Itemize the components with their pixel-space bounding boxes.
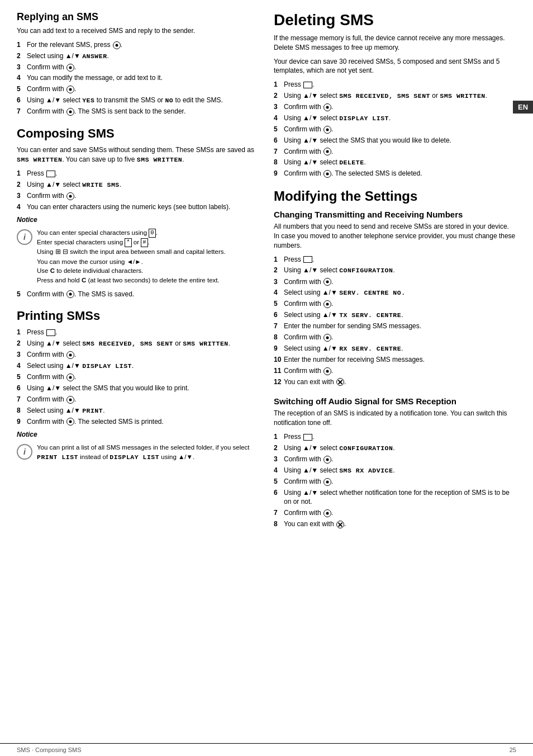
confirm-icon — [66, 290, 74, 298]
envelope-icon — [303, 434, 312, 441]
changing-numbers-steps: 1 Press . 2 Using ▲/▼ select CONFIGURATI… — [274, 255, 516, 387]
mono-text: CONFIGURATION — [339, 445, 393, 452]
confirm-icon — [323, 367, 331, 375]
mono-text: SMS WRITTEN — [137, 156, 182, 163]
step-text: Press . — [27, 169, 57, 178]
notice-label: Notice — [17, 431, 257, 438]
envelope-icon — [46, 171, 55, 177]
mono-text: DISPLAY LIST — [339, 115, 389, 122]
mono-text: SMS RECEIVED, SMS SENT — [82, 340, 173, 347]
step-item: 4 You can enter characters using the num… — [17, 202, 257, 212]
mono-text: DISPLAY LIST — [82, 362, 132, 370]
notice-icon: i — [17, 229, 32, 245]
confirm-icon — [323, 126, 331, 134]
step-number: 9 — [274, 344, 282, 353]
kbd: 0 — [149, 229, 155, 238]
notice-box-2: i You can print a list of all SMS messag… — [17, 443, 257, 462]
step-item: 5 Confirm with . — [274, 125, 516, 134]
section-composing: Composing SMS You can enter and save SMS… — [17, 126, 257, 299]
step-text: Confirm with . — [27, 350, 76, 360]
printing-steps: 1 Press . 2 Using ▲/▼ select SMS RECEIVE… — [17, 328, 257, 426]
step-text: You can enter characters using the numer… — [27, 202, 230, 212]
step-number: 4 — [274, 466, 282, 475]
notice-label: Notice — [17, 216, 257, 224]
step-number: 3 — [274, 277, 282, 287]
step-text: Confirm with . — [284, 508, 333, 518]
step-text: Confirm with . — [284, 366, 333, 376]
mono-text: TX SERV. CENTRE — [339, 311, 401, 319]
step-number: 3 — [274, 102, 282, 112]
step-item: 7 Confirm with . — [17, 395, 257, 404]
step-text: Confirm with . — [284, 455, 333, 464]
step-item: 2 Select using ▲/▼ ANSWER. — [17, 51, 257, 61]
step-item: 1 For the relevant SMS, press . — [17, 40, 257, 50]
step-text: Using ▲/▼ select SMS RX ADVICE. — [284, 466, 395, 475]
envelope-icon — [303, 256, 312, 263]
step-text: Confirm with . The selected SMS is print… — [27, 417, 164, 427]
step-number: 5 — [17, 290, 25, 299]
step-text: Confirm with . — [284, 125, 333, 134]
step-number: 2 — [17, 180, 25, 190]
step-text: Using ▲/▼ select whether notification to… — [284, 488, 516, 507]
step-item: 6 Select using ▲/▼ TX SERV. CENTRE. — [274, 310, 516, 320]
footer-right: 25 — [510, 746, 516, 753]
step-item: 4 Select using ▲/▼ SERV. CENTRE NO. — [274, 288, 516, 297]
composing-intro: You can enter and save SMSs without send… — [17, 145, 257, 164]
replying-title: Replying an SMS — [17, 11, 257, 23]
confirm-icon — [66, 108, 74, 116]
step-number: 3 — [274, 455, 282, 464]
step-number: 3 — [17, 350, 25, 360]
step-item: 5 Confirm with . — [274, 477, 516, 486]
step-number: 9 — [274, 169, 282, 178]
kbd: # — [141, 238, 147, 247]
step-text: Using ▲/▼ select SMS RECEIVED, SMS SENT … — [27, 339, 230, 348]
step-number: 9 — [17, 417, 25, 427]
crossed-icon — [336, 378, 344, 386]
section-modifying: Modifying the Settings Changing Transmit… — [274, 188, 516, 529]
mono-text: SMS WRITTEN — [440, 92, 485, 100]
step-item: 2 Using ▲/▼ select CONFIGURATION. — [274, 266, 516, 275]
step-item: 4 You can modify the message, or add tex… — [17, 73, 257, 83]
step-number: 5 — [274, 299, 282, 309]
step-number: 5 — [274, 477, 282, 486]
step-text: Using ▲/▼ select the SMS that you would … — [284, 136, 451, 145]
step-text: Select using ▲/▼ PRINT. — [27, 406, 105, 415]
confirm-icon — [66, 418, 74, 426]
step-text: Enter the number for receiving SMS messa… — [284, 355, 425, 365]
step-item: 3 Confirm with . — [274, 277, 516, 287]
confirm-icon — [66, 86, 74, 93]
step-item: 12 You can exit with . — [274, 377, 516, 387]
step-item: 8 Confirm with . — [274, 333, 516, 342]
right-column: Deleting SMS If the message memory is fu… — [274, 11, 516, 738]
confirm-icon — [66, 351, 74, 359]
step-number: 1 — [274, 255, 282, 264]
envelope-icon — [46, 329, 55, 336]
step-item: 1 Press . — [17, 169, 257, 178]
section-deleting: Deleting SMS If the message memory is fu… — [274, 11, 516, 178]
step-text: You can exit with . — [284, 519, 346, 529]
notice-text: You can print a list of all SMS messages… — [37, 443, 257, 462]
step-number: 6 — [17, 96, 25, 105]
confirm-icon — [66, 64, 74, 72]
step-text: Confirm with . — [284, 299, 333, 309]
step-number: 6 — [17, 384, 25, 393]
step-number: 2 — [17, 339, 25, 348]
step-item: 1 Press . — [17, 328, 257, 337]
composing-title: Composing SMS — [17, 126, 257, 141]
step-item: 7 Enter the number for sending SMS messa… — [274, 322, 516, 331]
step-item: 2 Using ▲/▼ select SMS RECEIVED, SMS SEN… — [17, 339, 257, 348]
step-item: 9 Confirm with . The selected SMS is del… — [274, 169, 516, 178]
step-item: 5 Confirm with . The SMS is saved. — [17, 290, 257, 299]
footer: SMS · Composing SMS 25 — [0, 743, 533, 756]
step-number: 1 — [17, 40, 25, 50]
mono-text: CONFIGURATION — [339, 267, 393, 274]
mono-text: YES — [82, 97, 94, 104]
step-text: Confirm with . — [284, 477, 333, 486]
left-column: Replying an SMS You can add text to a re… — [17, 11, 257, 738]
mono-text: SERV. CENTRE NO. — [339, 289, 405, 296]
step-text: Confirm with . The SMS is sent back to t… — [27, 107, 185, 116]
mono-text: SMS RECEIVED, SMS SENT — [339, 92, 430, 100]
step-number: 2 — [17, 51, 25, 61]
step-item: 2 Using ▲/▼ select SMS RECEIVED, SMS SEN… — [274, 91, 516, 101]
mono-text: WRITE SMS — [82, 181, 120, 188]
